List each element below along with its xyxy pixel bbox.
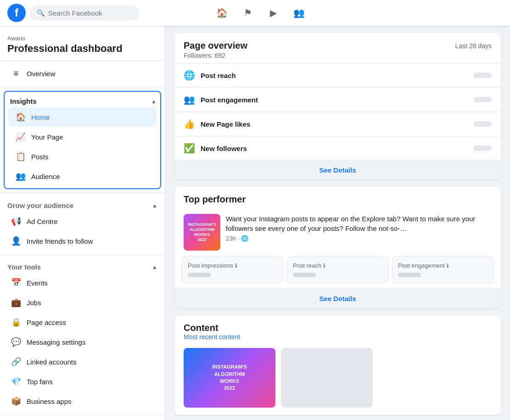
messaging-icon: 💬 <box>11 337 21 347</box>
sidebar-item-audience[interactable]: 👥 Audience <box>8 167 157 186</box>
stat-post-impressions: Post impressions ℹ <box>182 256 283 283</box>
sidebar-item-posts[interactable]: 📋 Posts <box>8 147 157 166</box>
performer-thumbnail[interactable]: INSTAGRAM'SALGORITHMWORKS2022 <box>184 214 220 251</box>
audience-icon: 👥 <box>16 171 26 181</box>
metric-post-engagement: 👥 Post engagement <box>174 87 501 112</box>
engagement-value <box>398 273 421 277</box>
sidebar-item-page-access[interactable]: 🔒 Page access <box>4 313 161 332</box>
link-icon: 🔗 <box>11 357 21 367</box>
performer-row: INSTAGRAM'SALGORITHMWORKS2022 Want your … <box>174 208 501 256</box>
divider-3 <box>0 193 165 193</box>
layers-icon: ≡ <box>11 69 21 78</box>
content-thumb-2[interactable] <box>281 348 373 408</box>
your-tools-title: Your tools <box>7 263 41 271</box>
metric-post-reach: 🌐 Post reach <box>174 63 501 87</box>
content-card: Content Most recent content INSTAGRAM'SA… <box>174 315 501 415</box>
grow-audience-title: Grow your audience <box>7 202 73 209</box>
divider-1 <box>0 60 165 61</box>
insights-header[interactable]: Insights ▲ <box>5 94 160 107</box>
engagement-info-icon[interactable]: ℹ <box>447 263 449 269</box>
engagement-icon: 👥 <box>184 94 195 105</box>
sidebar-item-invite-friends[interactable]: 👤 Invite friends to follow <box>4 231 161 251</box>
sidebar-item-home[interactable]: 🏠 Home <box>8 107 157 127</box>
stat-post-engagement: Post engagement ℹ <box>392 256 493 283</box>
content-section-header: Content Most recent content <box>174 315 501 344</box>
impressions-value <box>188 273 211 277</box>
main-layout: Awario Professional dashboard ≡ Overview… <box>0 0 510 420</box>
invite-icon: 👤 <box>11 236 21 246</box>
jobs-icon: 💼 <box>11 297 21 308</box>
thumb-text: INSTAGRAM'SALGORITHMWORKS2022 <box>186 220 218 244</box>
globe-icon: 🌐 <box>184 70 195 81</box>
sidebar-item-your-page[interactable]: 📈 Your Page <box>8 127 157 146</box>
divider-2 <box>0 87 165 87</box>
sidebar-item-jobs[interactable]: 💼 Jobs <box>4 293 161 312</box>
sidebar-item-messaging[interactable]: 💬 Messaging settings <box>4 332 161 352</box>
ad-icon: 📢 <box>11 216 21 226</box>
grow-audience-section[interactable]: Grow your audience ▲ <box>0 197 165 211</box>
content-thumb-text: INSTAGRAM'SALGORITHMWORKS2022 <box>208 360 251 396</box>
stats-grid: Post impressions ℹ Post reach ℹ Post eng… <box>174 256 501 289</box>
engagement-label: Post engagement <box>398 262 445 269</box>
post-reach-value <box>473 73 492 78</box>
insights-box: Insights ▲ 🏠 Home 📈 Your Page 📋 Posts 👥 … <box>4 91 161 189</box>
divider-4 <box>0 254 165 255</box>
facebook-logo[interactable]: f <box>7 4 26 22</box>
page-overview-title: Page overview <box>184 40 247 51</box>
diamond-icon: 💎 <box>11 376 21 386</box>
nav-left: f 🔍 <box>7 4 140 22</box>
top-performer-header: Top performer <box>174 187 501 208</box>
content-thumb-1[interactable]: INSTAGRAM'SALGORITHMWORKS2022 <box>184 348 275 408</box>
sidebar-item-business-apps[interactable]: 📦 Business apps <box>4 392 161 411</box>
sidebar-item-linked-accounts[interactable]: 🔗 Linked accounts <box>4 352 161 371</box>
lock-icon: 🔒 <box>11 317 21 327</box>
box-icon: 📦 <box>11 396 21 406</box>
brand-title: Professional dashboard <box>7 43 157 55</box>
top-performer-card: Top performer INSTAGRAM'SALGORITHMWORKS2… <box>174 187 501 308</box>
your-tools-section[interactable]: Your tools ▲ <box>0 258 165 273</box>
followers-count: Followers: 692 <box>184 52 247 59</box>
sidebar-item-ad-centre[interactable]: 📢 Ad Centre <box>4 212 161 231</box>
like-icon: 👍 <box>184 118 195 129</box>
performer-meta: 23h · 🌐 <box>226 235 492 242</box>
sidebar-item-top-fans[interactable]: 💎 Top fans <box>4 372 161 391</box>
divider-5 <box>0 414 165 415</box>
sidebar: Awario Professional dashboard ≡ Overview… <box>0 26 165 420</box>
search-container[interactable]: 🔍 <box>29 6 140 21</box>
tools-chevron-icon: ▲ <box>152 264 157 270</box>
home-nav-icon[interactable]: 🏠 <box>211 2 233 24</box>
brand-sub: Awario <box>7 35 157 42</box>
people-nav-icon[interactable]: 👥 <box>288 2 310 24</box>
see-details-performer-button[interactable]: See Details <box>174 289 501 308</box>
metric-new-followers: ✅ New followers <box>174 136 501 160</box>
flag-nav-icon[interactable]: ⚑ <box>237 2 259 24</box>
search-input[interactable] <box>48 9 132 17</box>
metric-new-likes: 👍 New Page likes <box>174 112 501 136</box>
content-grid: INSTAGRAM'SALGORITHMWORKS2022 <box>174 344 501 415</box>
content-title: Content <box>184 323 492 333</box>
top-performer-title: Top performer <box>184 194 246 205</box>
home-icon: 🏠 <box>16 112 26 122</box>
reach-info-icon[interactable]: ℹ <box>323 263 325 269</box>
stat-post-reach: Post reach ℹ <box>287 256 388 283</box>
top-navigation: f 🔍 🏠 ⚑ ▶ 👥 <box>0 0 510 26</box>
main-content: Page overview Followers: 692 Last 28 day… <box>165 26 510 420</box>
sidebar-brand: Awario Professional dashboard <box>0 31 165 56</box>
reach-label: Post reach <box>293 262 321 269</box>
sidebar-item-overview[interactable]: ≡ Overview <box>4 64 161 83</box>
chart-icon: 📈 <box>16 132 26 142</box>
performer-description: Want your Instagram posts to appear on t… <box>226 214 492 233</box>
search-icon: 🔍 <box>37 9 45 17</box>
content-subtitle: Most recent content <box>184 333 492 341</box>
see-details-overview-button[interactable]: See Details <box>174 160 501 179</box>
insights-chevron-icon: ▲ <box>151 98 157 105</box>
reach-value <box>293 273 316 277</box>
impressions-info-icon[interactable]: ℹ <box>235 263 237 269</box>
card-header-overview: Page overview Followers: 692 Last 28 day… <box>174 33 501 63</box>
sidebar-item-events[interactable]: 📅 Events <box>4 273 161 292</box>
page-overview-card: Page overview Followers: 692 Last 28 day… <box>174 33 501 179</box>
grow-chevron-icon: ▲ <box>152 202 157 209</box>
insights-title: Insights <box>8 97 37 105</box>
video-nav-icon[interactable]: ▶ <box>263 2 285 24</box>
new-likes-value <box>473 121 492 127</box>
